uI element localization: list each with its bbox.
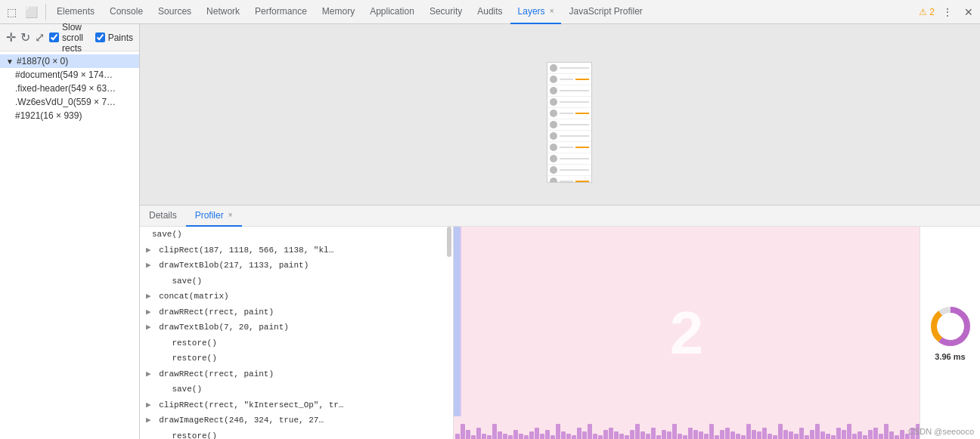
bar bbox=[461, 424, 465, 439]
layer-label: #document(549 × 174… bbox=[15, 70, 113, 80]
tab-close-layers[interactable]: × bbox=[550, 7, 554, 15]
devtools-icons: ⬚ ⬜ bbox=[3, 4, 46, 20]
close-devtools-icon[interactable]: ✕ bbox=[960, 4, 977, 20]
preview-line bbox=[560, 101, 589, 103]
bar bbox=[513, 430, 518, 440]
code-text: restore() bbox=[152, 354, 217, 363]
preview-accent bbox=[575, 147, 589, 148]
bar bbox=[889, 431, 894, 439]
paints-checkbox[interactable] bbox=[95, 32, 105, 42]
code-item[interactable]: ▶ drawRRect(rrect, paint) bbox=[140, 366, 453, 382]
preview-avatar bbox=[550, 110, 557, 117]
expand-icon: ▶ bbox=[146, 369, 156, 379]
code-text: restore() bbox=[152, 431, 217, 440]
inspect-icon[interactable]: ⬚ bbox=[3, 4, 20, 20]
bar bbox=[805, 435, 809, 439]
code-item[interactable]: restore() bbox=[140, 351, 453, 366]
preview-accent bbox=[575, 113, 589, 114]
code-item[interactable]: save() bbox=[140, 382, 453, 397]
layer-item[interactable]: #1921(16 × 939) bbox=[0, 109, 139, 122]
more-options-icon[interactable]: ⋮ bbox=[939, 4, 956, 20]
pan-icon[interactable]: ✛ bbox=[6, 29, 16, 46]
scroll-indicator bbox=[447, 227, 451, 439]
bottom-tabs: DetailsProfiler× bbox=[140, 206, 980, 227]
bar bbox=[868, 430, 873, 440]
bar bbox=[693, 430, 698, 440]
bar bbox=[619, 434, 624, 440]
bar bbox=[725, 428, 730, 439]
tab-layers[interactable]: Layers× bbox=[510, 0, 562, 24]
timeline-area[interactable]: 2 bbox=[454, 227, 920, 439]
preview-avatar bbox=[550, 98, 557, 106]
layer-item[interactable]: ▼#1887(0 × 0) bbox=[0, 54, 139, 68]
bar bbox=[900, 430, 904, 440]
preview-avatar bbox=[550, 178, 557, 183]
slow-scroll-checkbox[interactable] bbox=[49, 32, 59, 42]
code-item[interactable]: ▶ drawTextBlob(7, 20, paint) bbox=[140, 320, 453, 335]
code-item[interactable]: ▶ drawImageRect(246, 324, true, 27… bbox=[140, 413, 453, 428]
bottom-section: DetailsProfiler× save()▶ clipRect(187, 1… bbox=[140, 205, 980, 439]
preview-row bbox=[547, 74, 591, 85]
bar bbox=[492, 424, 497, 439]
bar bbox=[667, 431, 671, 439]
preview-row bbox=[547, 119, 591, 131]
bar bbox=[741, 435, 746, 439]
transform-icon[interactable]: ⤢ bbox=[35, 29, 45, 46]
code-item[interactable]: restore() bbox=[140, 335, 453, 351]
tab-elements[interactable]: Elements bbox=[49, 0, 102, 24]
layer-item[interactable]: .fixed-header(549 × 63… bbox=[0, 82, 139, 95]
tab-js-profiler[interactable]: JavaScript Profiler bbox=[561, 0, 650, 24]
scroll-thumb[interactable] bbox=[447, 227, 451, 257]
code-item[interactable]: ▶ concat(matrix) bbox=[140, 289, 453, 305]
bar bbox=[614, 431, 619, 439]
tab-console[interactable]: Console bbox=[102, 0, 150, 24]
canvas-area[interactable] bbox=[140, 24, 980, 205]
bottom-tab-details[interactable]: Details bbox=[140, 206, 186, 227]
layers-toolbar: ✛ ↻ ⤢ Slow scroll rects Paints bbox=[0, 24, 139, 51]
layer-item[interactable]: #document(549 × 174… bbox=[0, 68, 139, 82]
code-list[interactable]: save()▶ clipRect(187, 1118, 566, 1138, "… bbox=[140, 227, 454, 439]
code-item[interactable]: ▶ drawTextBlob(217, 1133, paint) bbox=[140, 258, 453, 274]
warning-badge[interactable]: ⚠ 2 bbox=[919, 7, 935, 17]
bar bbox=[566, 434, 571, 440]
tab-network[interactable]: Network bbox=[199, 0, 247, 24]
expand-icon: ▶ bbox=[146, 400, 156, 410]
bar bbox=[699, 431, 703, 439]
tab-memory[interactable]: Memory bbox=[315, 0, 362, 24]
bar bbox=[545, 430, 550, 440]
tab-application[interactable]: Application bbox=[362, 0, 422, 24]
tab-audits[interactable]: Audits bbox=[470, 0, 510, 24]
code-item[interactable]: save() bbox=[140, 227, 453, 243]
code-text: drawRRect(rrect, paint) bbox=[159, 308, 274, 317]
tab-sources[interactable]: Sources bbox=[150, 0, 199, 24]
tab-security[interactable]: Security bbox=[422, 0, 470, 24]
timeline-highlight bbox=[454, 227, 460, 416]
code-item[interactable]: restore() bbox=[140, 428, 453, 440]
bar bbox=[455, 434, 460, 440]
expand-icon: ▶ bbox=[146, 308, 156, 317]
layer-tree: ▼#1887(0 × 0)#document(549 × 174….fixed-… bbox=[0, 51, 139, 439]
preview-avatar bbox=[550, 64, 557, 72]
tab-performance[interactable]: Performance bbox=[247, 0, 315, 24]
bar bbox=[582, 431, 587, 439]
preview-line bbox=[560, 169, 589, 171]
bottom-tab-profiler[interactable]: Profiler× bbox=[186, 206, 242, 227]
preview-row bbox=[547, 108, 591, 119]
bottom-tab-close-profiler[interactable]: × bbox=[228, 211, 233, 219]
expand-icon: ▶ bbox=[146, 416, 156, 425]
rotate-icon[interactable]: ↻ bbox=[20, 29, 30, 46]
bar bbox=[704, 434, 709, 440]
layer-item[interactable]: .Wz6esVdU_0(559 × 7… bbox=[0, 95, 139, 109]
code-item[interactable]: ▶ drawRRect(rrect, paint) bbox=[140, 305, 453, 320]
device-icon[interactable]: ⬜ bbox=[23, 4, 39, 20]
preview-avatar bbox=[550, 121, 557, 128]
code-item[interactable]: ▶ clipRect(187, 1118, 566, 1138, "kl… bbox=[140, 243, 453, 258]
code-text: save() bbox=[152, 277, 202, 286]
main-layout: ✛ ↻ ⤢ Slow scroll rects Paints ▼#1887(0 … bbox=[0, 24, 980, 439]
preview-row bbox=[547, 153, 591, 165]
code-item[interactable]: save() bbox=[140, 274, 453, 289]
tab-bar-right: ⚠ 2 ⋮ ✕ bbox=[919, 4, 977, 20]
code-item[interactable]: ▶ clipRRect(rrect, "kIntersect_Op", tr… bbox=[140, 397, 453, 413]
bar bbox=[688, 428, 693, 439]
bar bbox=[842, 430, 846, 440]
